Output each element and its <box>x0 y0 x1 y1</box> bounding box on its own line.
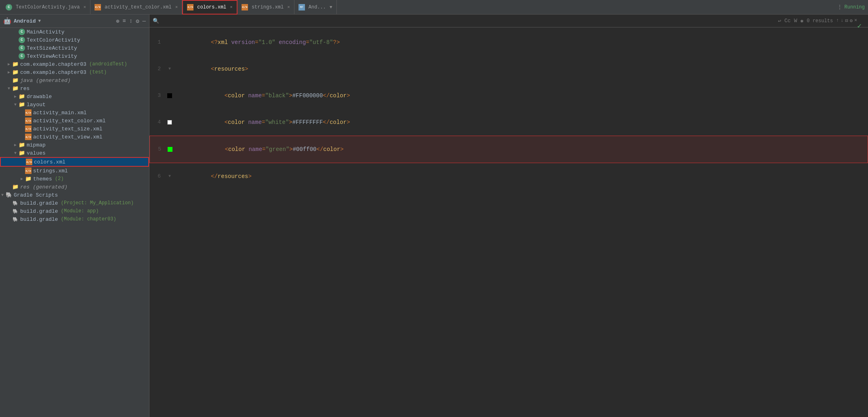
tree-label: TextViewActivity <box>27 53 77 59</box>
line-gutter-3 <box>166 93 174 98</box>
sidebar-icon-sync[interactable]: ≡ <box>122 18 126 25</box>
tree-item-gradle-scripts[interactable]: ▼ 🐘 Gradle Scripts <box>0 191 149 199</box>
tree-item-mainactivity[interactable]: C MainActivity <box>0 28 149 36</box>
class-icon: C <box>19 53 25 59</box>
tab-java[interactable]: C TextColorActivity.java × <box>2 0 90 15</box>
arrow: ▼ <box>13 103 18 107</box>
tree-label: activity_text_color.xml <box>33 118 105 124</box>
search-word-icon[interactable]: W <box>794 18 797 24</box>
tree-item-colors-xml[interactable]: ≺/≻ colors.xml <box>0 157 149 167</box>
tab-colors-close[interactable]: × <box>230 5 233 10</box>
tree-item-com-test[interactable]: ▶ 📁 com.example.chapter03 (test) <box>0 68 149 76</box>
tree-item-res[interactable]: ▼ 📁 res <box>0 84 149 92</box>
search-return-icon[interactable]: ↩ <box>778 18 781 24</box>
line-gutter-5 <box>166 147 174 152</box>
tree-label: layout <box>27 102 46 108</box>
line-content-5: <color name="green">#00ff00</color> <box>174 136 868 163</box>
tree-item-themes[interactable]: ▶ 📁 themes (2) <box>0 175 149 183</box>
xml1-icon: ≺/≻ <box>95 4 101 10</box>
sidebar-icon-add[interactable]: ⊕ <box>116 18 119 25</box>
search-results: 0 results <box>807 18 833 24</box>
search-next-icon[interactable]: ↓ <box>841 18 843 24</box>
color-swatch-white <box>167 120 172 125</box>
tree-item-com-androidtest[interactable]: ▶ 📁 com.example.chapter03 (androidTest) <box>0 60 149 68</box>
arrow: ▶ <box>13 142 18 147</box>
tree-item-build-gradle-project[interactable]: 🐘 build.gradle (Project: My_Application) <box>0 199 149 207</box>
tab-xml1[interactable]: ≺/≻ activity_text_color.xml × <box>90 0 182 15</box>
tree-label: mipmap <box>27 142 46 148</box>
android-icon: 🤖 <box>3 17 11 25</box>
tab-colors-label: colors.xml <box>197 4 226 10</box>
sidebar-dropdown-icon[interactable]: ▼ <box>38 19 41 23</box>
tree-item-build-gradle-chapter03[interactable]: 🐘 build.gradle (Module: chapter03) <box>0 215 149 223</box>
tree-label: res <box>20 86 29 92</box>
folder-icon: 📁 <box>12 69 19 75</box>
tree-suffix: (Module: chapter03) <box>58 216 116 222</box>
search-close-icon[interactable]: × <box>854 18 857 24</box>
more-tabs-icon[interactable]: ⋮ <box>837 4 842 10</box>
tab-mf-close[interactable]: ▼ <box>330 5 332 10</box>
tree-label: build.gradle <box>20 208 58 214</box>
tab-strings-close[interactable]: × <box>287 5 290 10</box>
sidebar: 🤖 Android ▼ ⊕ ≡ ↕ ⚙ — C MainActivity C T… <box>0 15 149 417</box>
tree-item-textsizeactivity[interactable]: C TextSizeActivity <box>0 44 149 52</box>
tree-item-activity-main[interactable]: ≺/≻ activity_main.xml <box>0 109 149 117</box>
xml-icon: ≺/≻ <box>25 134 32 140</box>
tree-item-java-generated[interactable]: 📁 java (generated) <box>0 76 149 84</box>
tree-label: Gradle Scripts <box>14 192 58 198</box>
tree-item-values[interactable]: ▼ 📁 values <box>0 149 149 157</box>
search-regex-icon[interactable]: ✱ <box>800 18 803 24</box>
tab-mf[interactable]: MF And... ▼ <box>294 0 337 15</box>
search-bar: 🔍 ↩ Cc W ✱ 0 results ↑ ↓ ⊟ ⚙ × ✓ <box>149 15 868 27</box>
tab-java-close[interactable]: × <box>83 5 86 10</box>
color-swatch-black <box>167 93 172 98</box>
sidebar-header: 🤖 Android ▼ ⊕ ≡ ↕ ⚙ — <box>0 15 149 28</box>
tree-item-drawable[interactable]: ▶ 📁 drawable <box>0 92 149 101</box>
tree-item-activity-text-view[interactable]: ≺/≻ activity_text_view.xml <box>0 133 149 141</box>
search-prev-icon[interactable]: ↑ <box>836 18 839 24</box>
tab-bar: C TextColorActivity.java × ≺/≻ activity_… <box>0 0 868 15</box>
tree-item-textcoloractivity[interactable]: C TextColorActivity <box>0 36 149 44</box>
folder-icon: 📁 <box>25 176 32 182</box>
sidebar-icon-collapse[interactable]: ↕ <box>129 18 132 25</box>
search-filter-icon[interactable]: ⊟ <box>845 18 848 24</box>
tree-label: values <box>27 150 46 156</box>
tree-item-activity-text-size[interactable]: ≺/≻ activity_text_size.xml <box>0 125 149 133</box>
colors-icon: ≺/≻ <box>187 4 193 10</box>
xml-icon: ≺/≻ <box>25 109 32 116</box>
sidebar-title: Android <box>14 18 36 24</box>
tree-label: activity_main.xml <box>33 110 87 116</box>
line-content-6: </resources> <box>174 163 868 190</box>
tree-item-activity-text-color[interactable]: ≺/≻ activity_text_color.xml <box>0 117 149 125</box>
gradle-icon: 🐘 <box>6 192 12 198</box>
tab-colors[interactable]: ≺/≻ colors.xml × <box>182 0 237 15</box>
tree-label: themes <box>33 176 52 182</box>
search-case-icon[interactable]: Cc <box>784 18 791 24</box>
tree-item-textviewactivity[interactable]: C TextViewActivity <box>0 52 149 60</box>
fold-btn-6[interactable]: ▼ <box>168 172 171 181</box>
code-line-2: 2 ▼ <resources> <box>149 56 868 82</box>
tree-item-strings-xml[interactable]: ≺/≻ strings.xml <box>0 167 149 175</box>
tree-item-layout[interactable]: ▼ 📁 layout <box>0 101 149 109</box>
tree-item-build-gradle-app[interactable]: 🐘 build.gradle (Module: app) <box>0 207 149 215</box>
search-input[interactable] <box>162 18 775 24</box>
search-icon: 🔍 <box>153 18 159 24</box>
tab-mf-label: And... <box>309 4 326 10</box>
fold-btn-2[interactable]: ▼ <box>168 65 171 73</box>
tab-java-label: TextColorActivity.java <box>16 4 80 10</box>
color-swatch-green <box>168 147 172 152</box>
tree-item-res-generated[interactable]: 📁 res (generated) <box>0 183 149 191</box>
sidebar-icon-minimize[interactable]: — <box>143 18 146 25</box>
search-settings-icon[interactable]: ⚙ <box>850 18 853 24</box>
tree-suffix: (androidTest) <box>86 61 127 67</box>
tab-strings[interactable]: ≺/≻ strings.xml × <box>237 0 294 15</box>
line-number-5: 5 <box>150 145 166 154</box>
tree-label: build.gradle <box>20 200 58 206</box>
tab-xml1-close[interactable]: × <box>175 5 178 10</box>
arrow: ▶ <box>19 176 24 181</box>
tree-label: com.example.chapter03 <box>20 69 86 75</box>
folder-icon: 📁 <box>19 142 25 148</box>
tree-item-mipmap[interactable]: ▶ 📁 mipmap <box>0 141 149 149</box>
sidebar-icon-settings[interactable]: ⚙ <box>136 18 139 25</box>
checkmark-icon: ✓ <box>857 21 862 30</box>
